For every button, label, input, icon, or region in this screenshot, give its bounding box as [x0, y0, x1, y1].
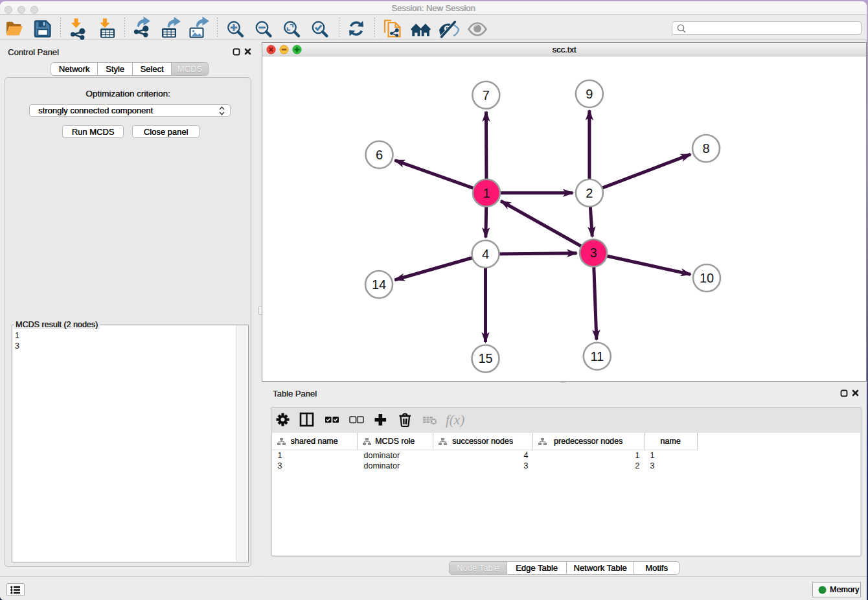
svg-text:f(x): f(x) [446, 412, 464, 428]
svg-text:14: 14 [372, 277, 386, 292]
svg-text:9: 9 [586, 87, 593, 101]
svg-text:10: 10 [700, 271, 714, 285]
svg-text:4: 4 [482, 247, 489, 261]
svg-text:6: 6 [376, 148, 383, 162]
svg-text:8: 8 [702, 141, 709, 156]
svg-text:15: 15 [478, 351, 492, 365]
svg-text:7: 7 [483, 88, 490, 102]
svg-text:2: 2 [586, 186, 593, 200]
svg-text:3: 3 [589, 246, 597, 260]
svg-text:11: 11 [590, 349, 604, 363]
svg-text:1: 1 [483, 186, 490, 200]
